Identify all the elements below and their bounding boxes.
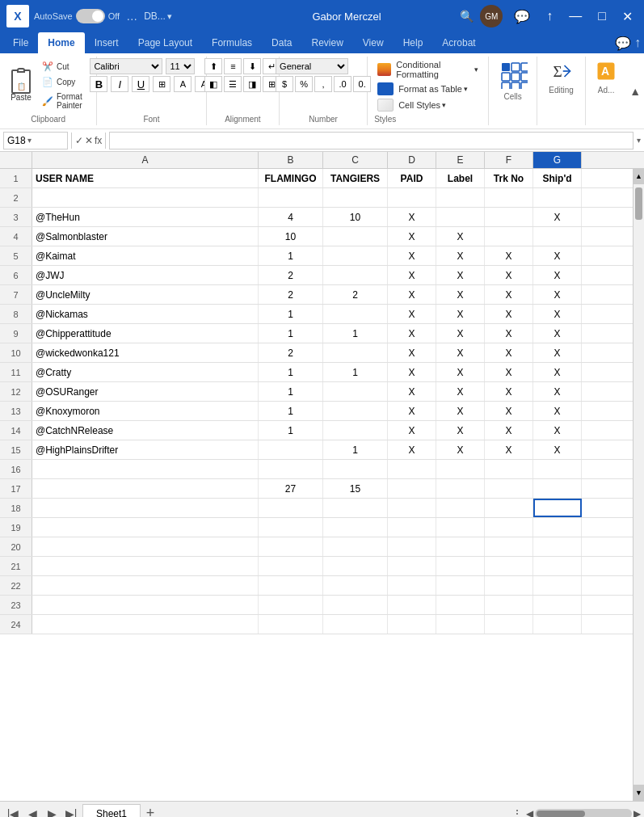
grid-cell[interactable]	[32, 557, 259, 575]
tab-file[interactable]: File	[3, 32, 38, 53]
grid-cell[interactable]	[436, 596, 485, 614]
align-right-btn[interactable]: ◨	[243, 76, 261, 92]
grid-cell[interactable]	[32, 596, 259, 614]
grid-cell[interactable]	[436, 460, 485, 478]
grid-cell[interactable]: 1	[323, 324, 388, 343]
minimize-btn[interactable]: —	[564, 9, 587, 23]
grid-cell[interactable]	[436, 557, 485, 575]
grid-cell[interactable]: X	[533, 324, 582, 343]
sheet-nav-next[interactable]: ▶	[42, 804, 61, 818]
scroll-up-btn[interactable]: ▲	[633, 168, 644, 184]
grid-cell[interactable]: X	[388, 324, 436, 343]
tab-acrobat[interactable]: Acrobat	[432, 32, 485, 53]
grid-cell[interactable]: 1	[259, 402, 323, 420]
grid-cell[interactable]: X	[485, 440, 533, 459]
grid-cell[interactable]: X	[436, 440, 485, 459]
grid-cell[interactable]	[436, 537, 485, 556]
cross-icon[interactable]: ✕	[85, 135, 93, 146]
tab-help[interactable]: Help	[394, 32, 433, 53]
grid-cell[interactable]: X	[533, 343, 582, 362]
grid-cell[interactable]: X	[485, 266, 533, 284]
grid-cell[interactable]: @Chipperattitude	[32, 324, 259, 343]
grid-cell[interactable]	[259, 188, 323, 207]
col-header-e[interactable]: E	[436, 152, 485, 168]
tab-home[interactable]: Home	[38, 32, 84, 53]
align-left-btn[interactable]: ◧	[204, 76, 222, 92]
tab-insert[interactable]: Insert	[85, 32, 128, 53]
grid-cell[interactable]	[485, 596, 533, 614]
grid-cell[interactable]	[323, 343, 388, 362]
sheet-options-btn[interactable]: ⋮	[511, 807, 523, 818]
grid-cell[interactable]: @wickedwonka121	[32, 343, 259, 362]
sheet-tab-sheet1[interactable]: Sheet1	[82, 804, 141, 817]
grid-cell[interactable]	[323, 460, 388, 478]
grid-cell[interactable]: X	[388, 285, 436, 304]
search-btn[interactable]: 🔍	[460, 10, 474, 23]
grid-cell[interactable]: @CatchNRelease	[32, 421, 259, 440]
grid-cell[interactable]: X	[436, 246, 485, 265]
grid-cell[interactable]	[436, 576, 485, 595]
grid-cell[interactable]: @Cratty	[32, 363, 259, 381]
grid-cell[interactable]	[32, 537, 259, 556]
format-as-table-btn[interactable]: Format as Table ▾	[374, 81, 482, 97]
formula-expand-btn[interactable]: ▾	[637, 136, 641, 145]
scroll-thumb[interactable]	[635, 187, 642, 220]
grid-cell[interactable]: X	[533, 266, 582, 284]
grid-cell[interactable]: X	[388, 227, 436, 246]
grid-cell[interactable]	[32, 615, 259, 634]
grid-cell[interactable]: X	[388, 208, 436, 226]
grid-cell[interactable]: @UncleMilty	[32, 285, 259, 304]
grid-cell[interactable]: X	[485, 324, 533, 343]
grid-cell[interactable]: 1	[259, 382, 323, 401]
grid-cell[interactable]: X	[388, 363, 436, 381]
grid-cell[interactable]: X	[485, 363, 533, 381]
grid-cell[interactable]: 10	[323, 208, 388, 226]
grid-cell[interactable]	[436, 499, 485, 517]
col-header-b[interactable]: B	[259, 152, 323, 168]
grid-cell[interactable]	[436, 615, 485, 634]
grid-cell[interactable]	[323, 188, 388, 207]
grid-cell[interactable]	[323, 305, 388, 323]
grid-cell[interactable]: @TheHun	[32, 208, 259, 226]
grid-cell[interactable]	[533, 227, 582, 246]
grid-cell[interactable]	[259, 518, 323, 537]
grid-cell[interactable]: X	[388, 246, 436, 265]
grid-cell[interactable]: X	[485, 421, 533, 440]
grid-cell[interactable]	[388, 576, 436, 595]
number-format-select[interactable]: General	[276, 58, 348, 74]
fill-color-btn[interactable]: A	[174, 76, 192, 92]
editing-btn[interactable]: Σ	[547, 58, 576, 84]
grid-cell[interactable]: X	[388, 305, 436, 323]
grid-cell[interactable]: X	[533, 382, 582, 401]
grid-cell[interactable]	[32, 576, 259, 595]
grid-cell[interactable]	[259, 596, 323, 614]
grid-cell[interactable]: X	[388, 440, 436, 459]
grid-cell[interactable]	[485, 188, 533, 207]
grid-cell[interactable]	[485, 227, 533, 246]
grid-cell[interactable]	[323, 227, 388, 246]
grid-cell[interactable]	[323, 266, 388, 284]
grid-cell[interactable]: X	[533, 402, 582, 420]
tab-formulas[interactable]: Formulas	[202, 32, 262, 53]
grid-cell[interactable]	[323, 557, 388, 575]
comment-btn[interactable]: 💬	[509, 9, 535, 24]
cell-styles-btn[interactable]: Cell Styles ▾	[374, 97, 482, 113]
grid-cell[interactable]: PAID	[388, 169, 436, 187]
grid-cell[interactable]	[323, 421, 388, 440]
title-bar-more-btn[interactable]: …	[126, 10, 137, 23]
tab-view[interactable]: View	[353, 32, 394, 53]
grid-cell[interactable]: @HighPlainsDrifter	[32, 440, 259, 459]
grid-cell[interactable]	[485, 576, 533, 595]
tab-data[interactable]: Data	[262, 32, 301, 53]
grid-cell[interactable]	[259, 499, 323, 517]
grid-cell[interactable]: X	[436, 266, 485, 284]
grid-cell[interactable]	[323, 382, 388, 401]
align-bottom-btn[interactable]: ⬇	[243, 58, 261, 74]
grid-cell[interactable]: X	[533, 285, 582, 304]
percent-btn[interactable]: %	[295, 76, 313, 92]
addin-btn[interactable]: A	[591, 58, 621, 84]
grid-cell[interactable]: X	[485, 285, 533, 304]
grid-cell[interactable]: 2	[259, 343, 323, 362]
grid-cell[interactable]	[32, 518, 259, 537]
grid-cell[interactable]: X	[436, 227, 485, 246]
